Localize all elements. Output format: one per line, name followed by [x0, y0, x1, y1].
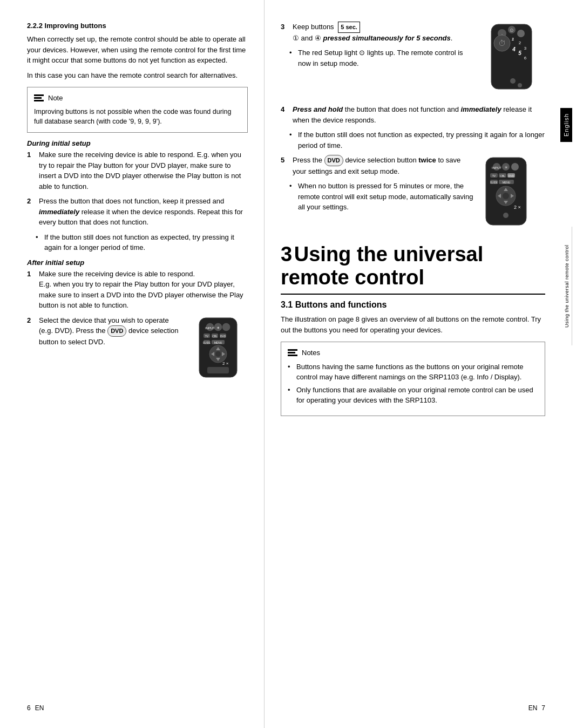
step-num: 1 [27, 269, 35, 311]
note-label: Note [48, 93, 63, 104]
step-text: Make sure the receiving device is able t… [39, 149, 248, 192]
svg-text:4: 4 [512, 46, 516, 52]
bullet-item: The red Setup light ⊙ lights up. The rem… [289, 47, 478, 69]
bullet-text: If the button still does not function as… [44, 232, 248, 253]
step4-list: 4 Press and hold the button that does no… [281, 104, 545, 125]
svg-rect-23 [207, 367, 229, 373]
list-item: 2 INPUT ☀ [27, 315, 248, 387]
step-num: 1 [27, 149, 35, 192]
step3-content: Keep buttons 5 sec. ① and ④ pressed simu… [293, 22, 452, 43]
step5-text: 5 Press the DVD device selection button … [281, 155, 475, 217]
list-item: 1 Make sure the receiving device is able… [27, 269, 248, 311]
page-lang-left: EN [35, 704, 44, 712]
list-item: 2 Press the button that does not functio… [27, 196, 248, 228]
bullet-item: If the button still does not function as… [36, 232, 248, 253]
dvd-button-inline: DVD [107, 325, 126, 337]
svg-text:☀: ☀ [216, 326, 220, 330]
note-header: Note [34, 93, 241, 104]
step3-container: 3 Keep buttons 5 sec. ① and ④ pressed si… [281, 22, 545, 93]
sec-label: 5 sec. [338, 22, 360, 33]
svg-text:INPUT: INPUT [492, 166, 501, 169]
twice-text: twice [418, 156, 436, 164]
svg-point-63 [503, 213, 509, 218]
note-bullet-text: Only functions that are available on you… [296, 385, 538, 406]
chapter-num: 3 [281, 243, 292, 266]
notes-icon [288, 349, 297, 356]
page-spread: 2.2.2 Improving buttons When correctly s… [0, 0, 583, 728]
svg-point-5 [222, 323, 230, 331]
chapter-title: Using the universal remote control [281, 243, 483, 289]
bullet-text: If the button still does not function as… [298, 130, 545, 151]
svg-text:DVD: DVD [220, 335, 226, 338]
section-222-para1: When correctly set up, the remote contro… [27, 34, 248, 66]
bullet-item: When no button is pressed for 5 minutes … [289, 181, 475, 213]
step3-text-block: 3 Keep buttons 5 sec. ① and ④ pressed si… [281, 22, 478, 93]
step-num: 2 [27, 196, 35, 228]
during-initial-setup-heading: During initial setup [27, 139, 248, 147]
press-hold: Press and hold [293, 105, 343, 113]
remote-svg-step5: INPUT ☀ TV CBL DVD GUIDE MENU [480, 155, 545, 228]
svg-text:GUIDE: GUIDE [490, 181, 498, 184]
step-text: Make sure the receiving device is able t… [39, 269, 248, 311]
step5-num: 5 [281, 155, 288, 176]
step4-bullets: If the button still does not function as… [281, 130, 545, 151]
bold-italic-text: immediately [39, 208, 79, 216]
step4-content: Press and hold the button that does not … [293, 104, 545, 125]
step3-bullets: The red Setup light ⊙ lights up. The rem… [281, 47, 478, 69]
dvd-btn-step5: DVD [324, 155, 343, 166]
side-tab-english: English [560, 108, 572, 142]
svg-text:1: 1 [512, 37, 514, 42]
step-text: Press the button that does not function,… [39, 196, 248, 228]
page-lang-right: EN [528, 704, 538, 712]
svg-point-45 [511, 163, 519, 171]
note-bullet-1: Buttons having the same functions as the… [288, 362, 538, 383]
list-item-3: 3 Keep buttons 5 sec. ① and ④ pressed si… [281, 22, 478, 43]
svg-point-39 [518, 83, 522, 87]
svg-text:CBL: CBL [212, 335, 218, 338]
svg-text:DVD: DVD [509, 174, 514, 178]
left-page: 2.2.2 Improving buttons When correctly s… [0, 0, 265, 728]
svg-point-38 [510, 78, 516, 84]
note-box: Note Improving buttons is not possible w… [27, 87, 248, 133]
svg-text:⊙: ⊙ [510, 28, 514, 33]
svg-text:TV: TV [492, 174, 496, 178]
notes-label: Notes [302, 348, 320, 358]
remote-image-step3: • ⊙ 1 2 3 4 5 6 ⏱ [483, 22, 545, 93]
notes-bullets: Buttons having the same functions as the… [288, 362, 538, 406]
svg-text:6: 6 [524, 56, 527, 60]
note-text: Improving buttons is not possible when t… [34, 108, 232, 126]
step2-text: Select the device that you wish to opera… [39, 316, 179, 346]
page-num-right: 7 [541, 704, 545, 712]
svg-text:2 ×: 2 × [222, 361, 229, 366]
side-tab-using: Using the universal remote control [561, 227, 572, 345]
notes-box: Notes Buttons having the same functions … [281, 342, 545, 416]
svg-text:5: 5 [518, 50, 521, 56]
svg-text:GUIDE: GUIDE [203, 342, 211, 344]
remote-svg: INPUT ☀ TV CBL DVD [188, 315, 248, 380]
note-bullet-2: Only functions that are available on you… [288, 385, 538, 406]
pressed-simultaneously: pressed simultaneously for 5 seconds [323, 34, 451, 42]
bullet-text: The red Setup light ⊙ lights up. The rem… [298, 47, 478, 69]
svg-text:MENU: MENU [214, 341, 222, 344]
immediately: immediately [460, 105, 501, 113]
step2-with-image: INPUT ☀ TV CBL DVD [39, 315, 248, 387]
step5-bullets: When no button is pressed for 5 minutes … [281, 181, 475, 213]
svg-text:3: 3 [524, 46, 527, 51]
section-31-heading: 3.1 Buttons and functions [281, 300, 545, 310]
step5-list: 5 Press the DVD device selection button … [281, 155, 475, 176]
svg-point-29 [517, 30, 525, 37]
list-item-4: 4 Press and hold the button that does no… [281, 104, 545, 125]
step5-with-image: 5 Press the DVD device selection button … [281, 155, 545, 229]
svg-text:MENU: MENU [503, 181, 511, 184]
remote-image: INPUT ☀ TV CBL DVD [188, 315, 248, 383]
svg-text:INPUT: INPUT [205, 326, 215, 330]
step5-content: Press the DVD device selection button tw… [293, 155, 475, 176]
svg-point-61 [503, 193, 509, 199]
svg-text:⏱: ⏱ [498, 39, 506, 47]
notes-header: Notes [288, 348, 538, 358]
step3-section: 3 Keep buttons 5 sec. ① and ④ pressed si… [281, 22, 545, 93]
after-setup-list: 1 Make sure the receiving device is able… [27, 269, 248, 387]
page-num-left: 6 [27, 704, 31, 712]
during-setup-list: 1 Make sure the receiving device is able… [27, 149, 248, 228]
section-rule [281, 294, 545, 295]
